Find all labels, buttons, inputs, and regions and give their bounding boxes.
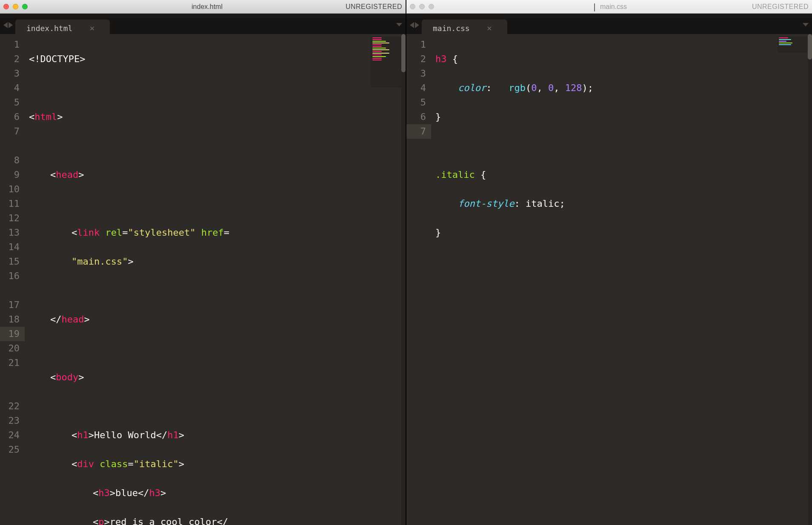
nav-back-icon[interactable]: [3, 22, 8, 28]
chrome-file-icon: [183, 4, 189, 10]
window-title-right: main.css: [600, 3, 627, 11]
window-title-left: index.html: [192, 3, 223, 11]
scrollbar-left[interactable]: [401, 34, 406, 525]
close-window-icon[interactable]: [3, 4, 9, 9]
tab-index-html[interactable]: index.html ×: [15, 20, 110, 34]
editor-left[interactable]: 1 2 3 4 5 6 7 8 9 10 11 12 13 14 15 16 1…: [0, 34, 406, 525]
nav-forward-icon[interactable]: [415, 22, 419, 28]
scroll-thumb[interactable]: [808, 34, 812, 60]
tab-label: index.html: [26, 24, 72, 33]
tab-main-css[interactable]: main.css ×: [422, 20, 507, 34]
window-titlebar-left[interactable]: index.html UNREGISTERED: [0, 0, 406, 14]
minimize-window-icon[interactable]: [419, 4, 425, 9]
minimize-window-icon[interactable]: [13, 4, 18, 9]
minimap-right[interactable]: [777, 37, 808, 53]
chrome-strip: [406, 14, 812, 18]
traffic-lights: [3, 4, 28, 9]
zoom-window-icon[interactable]: [22, 4, 28, 9]
scrollbar-right[interactable]: [808, 34, 812, 525]
tab-close-icon[interactable]: ×: [487, 24, 492, 32]
editor-pane-left: index.html UNREGISTERED index.html × 1 2…: [0, 0, 406, 525]
line-gutter-right: 1 2 3 4 5 6 7: [406, 34, 431, 525]
editor-pane-right: main.css UNREGISTERED main.css × 1 2 3 4…: [406, 0, 812, 525]
tab-label: main.css: [433, 24, 470, 33]
tabbar-left: index.html ×: [0, 18, 406, 34]
unregistered-label-left: UNREGISTERED: [346, 3, 402, 11]
tab-close-icon[interactable]: ×: [89, 24, 94, 32]
unregistered-label-right: UNREGISTERED: [752, 3, 809, 11]
minimap-left[interactable]: [371, 37, 401, 88]
nav-forward-icon[interactable]: [9, 22, 13, 28]
chrome-strip: [0, 14, 406, 18]
nav-back-icon[interactable]: [410, 22, 414, 28]
code-area-left[interactable]: <!DOCTYPE> <html> <head> <link rel="styl…: [25, 34, 406, 525]
line-gutter-left: 1 2 3 4 5 6 7 8 9 10 11 12 13 14 15 16 1…: [0, 34, 25, 525]
code-area-right[interactable]: h3 { color: rgb(0, 0, 128); } .italic { …: [431, 34, 812, 525]
tabbar-right: main.css ×: [406, 18, 812, 34]
editor-right[interactable]: 1 2 3 4 5 6 7 h3 { color: rgb(0, 0, 128)…: [406, 34, 812, 525]
tab-dropdown-icon[interactable]: [803, 23, 809, 26]
traffic-lights: [410, 4, 434, 9]
window-titlebar-right[interactable]: main.css UNREGISTERED: [406, 0, 812, 14]
css-file-icon: [592, 4, 598, 10]
zoom-window-icon[interactable]: [429, 4, 434, 9]
scroll-thumb[interactable]: [401, 34, 406, 72]
tab-dropdown-icon[interactable]: [396, 23, 402, 26]
close-window-icon[interactable]: [410, 4, 415, 9]
